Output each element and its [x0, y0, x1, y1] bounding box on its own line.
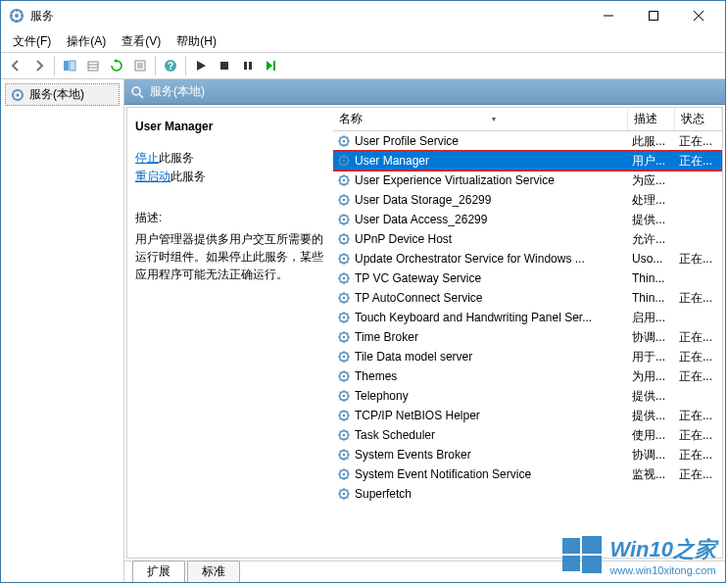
service-row[interactable]: System Event Notification Service监视...正在… — [333, 464, 722, 484]
svg-point-48 — [343, 356, 346, 359]
service-name: System Event Notification Service — [355, 467, 531, 481]
detail-desc: 用户管理器提供多用户交互所需要的运行时组件。如果停止此服务，某些应用程序可能无法… — [135, 230, 325, 283]
help-button[interactable]: ? — [160, 55, 181, 76]
service-status-cell: 正在... — [675, 153, 722, 170]
tab-extended[interactable]: 扩展 — [132, 561, 185, 582]
service-name: Time Broker — [355, 330, 418, 344]
service-row[interactable]: Themes为用...正在... — [333, 366, 722, 386]
export-list-button[interactable] — [82, 55, 104, 76]
pause-service-button[interactable] — [237, 55, 259, 76]
svg-point-23 — [132, 87, 140, 95]
svg-rect-66 — [582, 556, 602, 573]
windows-logo-icon — [560, 534, 604, 577]
menu-help[interactable]: 帮助(H) — [169, 31, 224, 52]
toolbar-separator — [155, 56, 156, 75]
gear-icon — [337, 389, 351, 403]
service-row[interactable]: TP VC Gateway ServiceThin... — [333, 268, 722, 288]
service-row[interactable]: User Data Access_26299提供... — [333, 210, 722, 229]
svg-point-44 — [343, 317, 346, 319]
service-row[interactable]: TCP/IP NetBIOS Helper提供...正在... — [333, 406, 722, 425]
svg-point-58 — [343, 454, 346, 457]
svg-point-60 — [343, 473, 346, 476]
nav-forward-button[interactable] — [28, 55, 50, 76]
service-row[interactable]: User Manager用户...正在... — [333, 151, 722, 171]
service-row[interactable]: Update Orchestrator Service for Windows … — [333, 249, 722, 268]
svg-point-38 — [343, 258, 346, 261]
list-pane: 名称 ▾ 描述 状态 User Profile Service此服...正在..… — [333, 108, 722, 558]
restart-suffix: 此服务 — [170, 170, 206, 183]
tab-standard[interactable]: 标准 — [187, 561, 240, 582]
start-service-button[interactable] — [190, 55, 212, 76]
refresh-button[interactable] — [106, 55, 127, 76]
svg-point-26 — [343, 140, 346, 143]
minimize-button[interactable] — [586, 1, 631, 30]
service-name: User Data Access_26299 — [355, 213, 487, 226]
service-desc-cell: 处理... — [628, 192, 675, 209]
column-status[interactable]: 状态 — [675, 108, 722, 130]
svg-point-22 — [17, 93, 20, 96]
service-row[interactable]: Telephony提供... — [333, 386, 722, 406]
svg-rect-17 — [220, 62, 228, 70]
maximize-button[interactable] — [631, 1, 676, 30]
show-hide-tree-button[interactable] — [59, 55, 80, 76]
service-row[interactable]: Time Broker协调...正在... — [333, 327, 722, 347]
list-body[interactable]: User Profile Service此服...正在...User Manag… — [333, 131, 722, 558]
gear-icon — [337, 173, 351, 187]
service-row[interactable]: User Experience Virtualization Service为应… — [333, 171, 722, 190]
svg-point-62 — [343, 493, 346, 496]
sort-indicator-icon: ▾ — [492, 115, 496, 123]
service-row[interactable]: Tile Data model server用于...正在... — [333, 347, 722, 366]
tree-root-label: 服务(本地) — [29, 86, 84, 103]
service-name-cell: System Event Notification Service — [333, 467, 628, 481]
svg-point-1 — [15, 14, 19, 18]
svg-point-32 — [343, 199, 346, 202]
service-name: User Experience Virtualization Service — [355, 173, 555, 187]
stop-link[interactable]: 停止 — [135, 151, 159, 165]
service-row[interactable]: Touch Keyboard and Handwriting Panel Ser… — [333, 308, 722, 327]
menu-file[interactable]: 文件(F) — [5, 31, 59, 52]
service-name-cell: User Profile Service — [333, 134, 628, 148]
menu-view[interactable]: 查看(V) — [114, 31, 169, 52]
service-row[interactable]: Superfetch — [333, 484, 722, 504]
service-row[interactable]: System Events Broker协调...正在... — [333, 445, 722, 464]
service-row[interactable]: TP AutoConnect ServiceThin...正在... — [333, 288, 722, 308]
restart-service-button[interactable] — [261, 55, 282, 76]
svg-rect-3 — [650, 12, 658, 21]
tree-root-item[interactable]: 服务(本地) — [5, 83, 120, 106]
gear-icon — [337, 232, 351, 246]
svg-rect-65 — [562, 556, 580, 571]
svg-text:?: ? — [168, 61, 173, 72]
watermark-title-en: Win10 — [609, 537, 673, 561]
restart-link[interactable]: 重启动 — [135, 170, 170, 183]
service-name-cell: Themes — [333, 369, 628, 383]
properties-button[interactable] — [129, 55, 151, 76]
service-desc-cell: 提供... — [628, 212, 675, 228]
service-desc-cell: 此服... — [628, 133, 675, 150]
gear-icon — [337, 193, 351, 207]
service-row[interactable]: UPnP Device Host允许... — [333, 229, 722, 249]
gear-icon — [337, 154, 351, 168]
column-name[interactable]: 名称 ▾ — [333, 108, 628, 130]
menu-action[interactable]: 操作(A) — [59, 31, 114, 52]
service-row[interactable]: User Profile Service此服...正在... — [333, 131, 722, 151]
service-name: System Events Broker — [355, 448, 471, 462]
svg-rect-7 — [70, 61, 75, 71]
stop-service-button[interactable] — [214, 55, 235, 76]
watermark-text: Win10之家 www.win10xitong.com — [609, 535, 716, 576]
gear-icon — [337, 134, 351, 148]
column-desc[interactable]: 描述 — [628, 108, 675, 130]
svg-point-30 — [343, 179, 346, 182]
svg-rect-64 — [582, 536, 602, 554]
service-desc-cell: 用于... — [628, 349, 675, 366]
gear-icon — [337, 467, 351, 481]
nav-back-button[interactable] — [5, 55, 26, 76]
service-row[interactable]: Task Scheduler使用...正在... — [333, 425, 722, 445]
service-row[interactable]: User Data Storage_26299处理... — [333, 190, 722, 210]
gear-icon — [337, 330, 351, 344]
right-pane: 服务(本地) User Manager 停止此服务 重启动此服务 描述: 用户管… — [124, 79, 725, 582]
window-controls — [586, 1, 721, 30]
watermark-title-cn: 之家 — [673, 537, 716, 561]
gear-icon — [337, 409, 351, 422]
svg-point-46 — [343, 336, 346, 339]
close-button[interactable] — [676, 1, 721, 30]
